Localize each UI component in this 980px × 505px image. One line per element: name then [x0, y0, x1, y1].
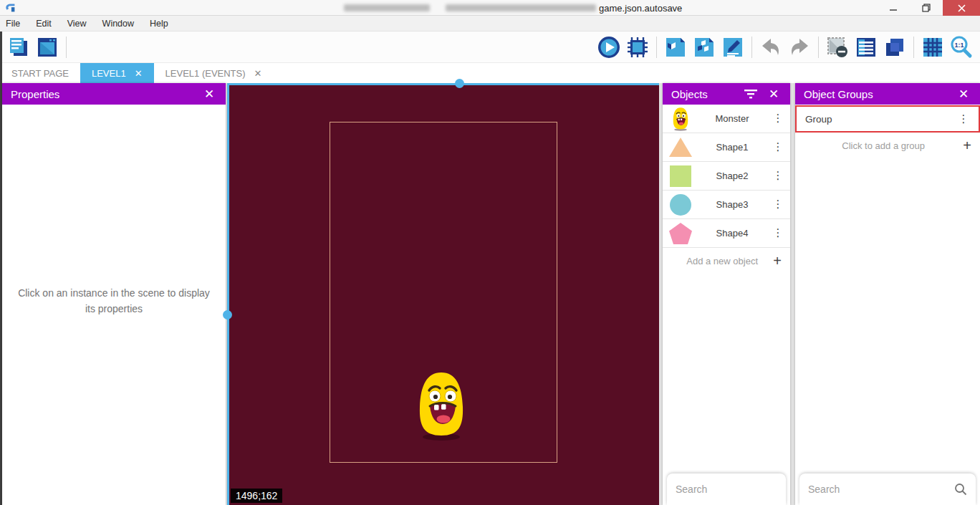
square-thumbnail-icon — [668, 164, 693, 188]
add-object-group-icon[interactable] — [690, 34, 719, 61]
main-area: Properties ✕ Click on an instance in the… — [0, 83, 980, 505]
filter-icon[interactable] — [743, 86, 759, 102]
group-name: Group — [805, 114, 957, 125]
titlebar: game.json.autosave — [0, 0, 980, 16]
groups-search-input[interactable] — [808, 484, 954, 495]
undo-icon[interactable] — [756, 34, 785, 61]
tab-label: START PAGE — [11, 68, 69, 79]
tab-label: LEVEL1 — [92, 68, 126, 79]
tab-start-page[interactable]: START PAGE — [0, 63, 80, 83]
window-title-area: game.json.autosave — [344, 0, 682, 16]
tab-label: LEVEL1 (EVENTS) — [165, 68, 246, 79]
groups-search — [799, 473, 976, 505]
window-title: game.json.autosave — [599, 3, 682, 14]
toolbar-divider — [751, 37, 752, 58]
close-button[interactable] — [943, 0, 980, 16]
object-row-shape1[interactable]: Shape1 ⋮ — [663, 133, 790, 162]
toolbar: 1:1 — [0, 32, 980, 63]
object-row-shape3[interactable]: Shape3 ⋮ — [663, 191, 790, 219]
object-row-monster[interactable]: Monster ⋮ — [663, 105, 790, 133]
canvas-resize-handle-top[interactable] — [455, 79, 464, 88]
add-object-icon[interactable] — [661, 34, 690, 61]
objects-panel-header: Objects ✕ — [663, 83, 790, 105]
triangle-thumbnail-icon — [668, 135, 693, 160]
cursor-coordinates: 1496;162 — [231, 489, 282, 503]
properties-panel-title: Properties — [11, 88, 59, 100]
toolbar-divider — [913, 37, 914, 58]
menu-edit[interactable]: Edit — [36, 19, 52, 29]
monster-thumbnail-icon — [668, 107, 693, 131]
toolbar-divider — [818, 37, 819, 58]
close-icon[interactable]: ✕ — [201, 86, 217, 102]
play-icon[interactable] — [595, 34, 623, 61]
tab-bar: START PAGE LEVEL1 ✕ LEVEL1 (EVENTS) ✕ — [0, 63, 980, 83]
tab-close-icon[interactable]: ✕ — [254, 68, 262, 79]
redacted-path-block — [344, 4, 430, 11]
group-row-highlighted[interactable]: Group ⋮ — [795, 105, 980, 133]
scene-canvas[interactable]: 1496;162 — [227, 83, 659, 505]
objects-search-input[interactable] — [676, 484, 805, 495]
add-object-label: Add a new object — [671, 256, 773, 266]
start-page-window-icon[interactable] — [33, 34, 62, 61]
instances-list-icon[interactable] — [852, 34, 880, 61]
redacted-path-block — [446, 4, 596, 11]
edit-scene-properties-icon[interactable] — [719, 34, 747, 61]
objects-search — [667, 473, 786, 505]
add-group-button[interactable]: Click to add a group + — [795, 133, 980, 158]
object-menu-icon[interactable]: ⋮ — [772, 201, 784, 207]
add-object-button[interactable]: Add a new object + — [663, 248, 790, 274]
minimize-button[interactable] — [877, 0, 910, 16]
properties-empty-message: Click on an instance in the scene to dis… — [14, 286, 214, 317]
project-manager-icon[interactable] — [4, 34, 33, 61]
menu-window[interactable]: Window — [102, 19, 134, 29]
debug-icon[interactable] — [623, 34, 652, 61]
canvas-resize-handle-left[interactable] — [223, 310, 232, 319]
object-row-shape4[interactable]: Shape4 ⋮ — [663, 219, 790, 248]
object-name: Shape1 — [693, 142, 772, 153]
menu-help[interactable]: Help — [150, 19, 168, 29]
object-menu-icon[interactable]: ⋮ — [772, 230, 784, 236]
object-groups-panel-header: Object Groups ✕ — [795, 83, 980, 105]
circle-thumbnail-icon — [668, 193, 693, 217]
object-name: Shape3 — [693, 199, 772, 210]
objects-panel: Objects ✕ Monster ⋮ Shape1 ⋮ — [663, 83, 790, 505]
objects-panel-title: Objects — [671, 88, 708, 100]
object-name: Shape4 — [693, 228, 772, 239]
mask-remove-icon[interactable] — [823, 34, 852, 61]
menu-view[interactable]: View — [67, 19, 87, 29]
object-menu-icon[interactable]: ⋮ — [772, 173, 784, 178]
tab-level1-events[interactable]: LEVEL1 (EVENTS) ✕ — [154, 63, 274, 83]
tab-close-icon[interactable]: ✕ — [135, 68, 143, 79]
close-icon[interactable]: ✕ — [956, 86, 971, 102]
menu-bar: File Edit View Window Help — [0, 16, 980, 32]
tab-level1[interactable]: LEVEL1 ✕ — [80, 63, 154, 83]
search-icon — [954, 483, 967, 496]
monster-instance[interactable] — [414, 370, 469, 441]
object-groups-panel-title: Object Groups — [804, 88, 873, 100]
group-menu-icon[interactable]: ⋮ — [957, 116, 970, 122]
restore-button[interactable] — [910, 0, 943, 16]
gdevelop-logo-icon — [4, 1, 17, 14]
properties-panel-header: Properties ✕ — [2, 83, 226, 105]
toolbar-divider — [66, 37, 67, 58]
window-controls — [877, 0, 980, 16]
object-groups-panel: Object Groups ✕ Group ⋮ Click to add a g… — [795, 83, 980, 505]
pentagon-thumbnail-icon — [668, 221, 693, 246]
object-row-shape2[interactable]: Shape2 ⋮ — [663, 162, 790, 191]
menu-file[interactable]: File — [6, 19, 20, 29]
grid-icon[interactable] — [918, 34, 947, 61]
object-menu-icon[interactable]: ⋮ — [772, 115, 784, 121]
plus-icon: + — [773, 253, 782, 269]
object-menu-icon[interactable]: ⋮ — [772, 144, 784, 150]
add-group-label: Click to add a group — [804, 140, 963, 151]
zoom-ratio-label: 1:1 — [954, 42, 964, 49]
close-icon[interactable]: ✕ — [766, 86, 782, 102]
plus-icon: + — [963, 138, 971, 154]
toolbar-divider — [656, 37, 657, 58]
object-name: Monster — [693, 113, 772, 124]
redo-icon[interactable] — [785, 34, 814, 61]
zoom-1-1-icon[interactable]: 1:1 — [947, 34, 976, 61]
properties-panel: Properties ✕ Click on an instance in the… — [2, 83, 226, 505]
layers-icon[interactable] — [880, 34, 909, 61]
object-name: Shape2 — [693, 170, 772, 181]
